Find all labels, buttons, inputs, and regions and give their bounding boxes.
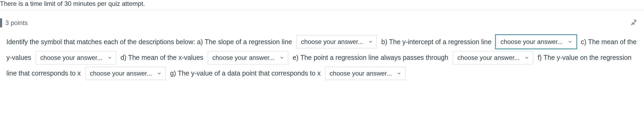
dropdown-placeholder: choose your answer...: [90, 70, 152, 77]
chevron-down-icon: [107, 55, 112, 60]
answer-select-c[interactable]: choose your answer...: [36, 51, 116, 64]
part-e-cont-text: regression line always passes through: [335, 54, 448, 61]
pin-icon[interactable]: [630, 19, 637, 27]
answer-select-f[interactable]: choose your answer...: [85, 67, 165, 80]
points-accent-bar: [0, 18, 2, 27]
time-limit-text: There is a time limit of 30 minutes per …: [0, 0, 145, 7]
chevron-down-icon: [568, 39, 572, 44]
dropdown-placeholder: choose your answer...: [457, 55, 519, 61]
question-intro: Identify the symbol that matches each of…: [6, 38, 292, 45]
points-label: 3 points: [5, 19, 28, 27]
chevron-down-icon: [524, 55, 529, 60]
answer-select-d[interactable]: choose your answer...: [208, 51, 288, 64]
dropdown-placeholder: choose your answer...: [40, 55, 102, 61]
part-g-start-text: g) The: [170, 69, 189, 77]
part-b-text: b) The y-intercept of a regression line: [381, 38, 492, 45]
answer-select-a[interactable]: choose your answer...: [296, 35, 377, 48]
chevron-down-icon: [397, 71, 401, 76]
question-body: Identify the symbol that matches each of…: [0, 27, 644, 84]
dropdown-placeholder: choose your answer...: [301, 39, 363, 45]
part-d-text: d) The mean of the x-values: [120, 54, 203, 61]
dropdown-placeholder: choose your answer...: [330, 70, 392, 77]
answer-select-b[interactable]: choose your answer...: [496, 35, 576, 48]
chevron-down-icon: [368, 39, 373, 44]
dropdown-placeholder: choose your answer...: [212, 55, 274, 61]
dropdown-placeholder: choose your answer...: [500, 39, 563, 45]
question-block: 3 points Identify the symbol that matche…: [0, 18, 644, 84]
part-e-start-text: e) The point a: [293, 54, 334, 61]
chevron-down-icon: [157, 71, 162, 76]
part-g-cont-text: y-value of a data point that corresponds…: [191, 69, 320, 77]
answer-select-g[interactable]: choose your answer...: [325, 67, 405, 80]
answer-select-e[interactable]: choose your answer...: [453, 51, 533, 64]
points-wrap: 3 points: [0, 18, 28, 27]
time-limit-notice: There is a time limit of 30 minutes per …: [0, 0, 644, 10]
chevron-down-icon: [279, 55, 284, 60]
question-header: 3 points: [0, 18, 644, 27]
